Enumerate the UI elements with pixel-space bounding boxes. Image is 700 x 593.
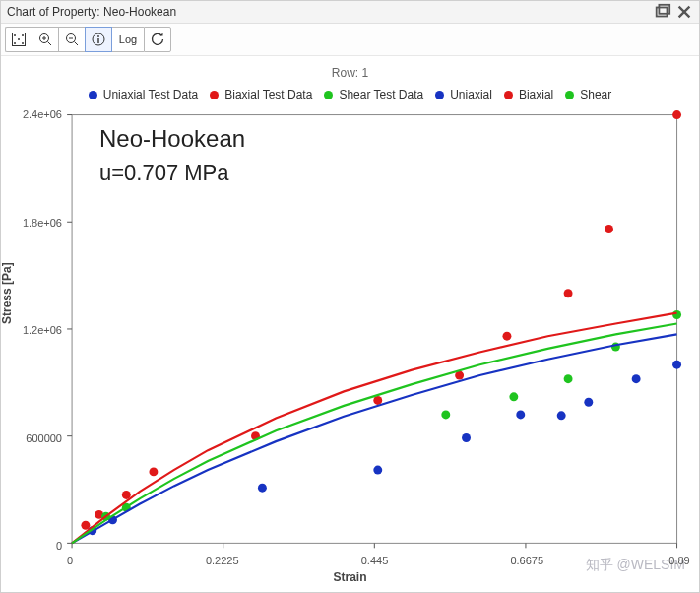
x-tick-label: 0.6675 bbox=[507, 555, 546, 566]
chart-panel: Chart of Property: Neo-Hookean Log Row: … bbox=[0, 0, 700, 593]
series-point bbox=[441, 410, 450, 419]
y-tick-label: 0 bbox=[56, 540, 62, 552]
x-tick-label: 0.89 bbox=[660, 555, 699, 566]
refresh-button[interactable] bbox=[144, 27, 171, 52]
y-tick-label: 600000 bbox=[26, 432, 62, 444]
svg-rect-0 bbox=[657, 8, 668, 17]
series-point bbox=[672, 361, 681, 369]
log-scale-label: Log bbox=[119, 33, 137, 45]
titlebar: Chart of Property: Neo-Hookean bbox=[1, 1, 699, 24]
svg-rect-12 bbox=[97, 38, 98, 43]
svg-point-4 bbox=[22, 34, 24, 36]
series-point bbox=[672, 310, 681, 319]
series-line bbox=[72, 334, 676, 543]
series-point bbox=[584, 398, 593, 407]
svg-point-11 bbox=[97, 35, 99, 37]
chart-toolbar: Log bbox=[1, 24, 699, 56]
close-icon[interactable] bbox=[675, 4, 693, 20]
series-point bbox=[672, 110, 681, 119]
x-tick-label: 0.2225 bbox=[203, 555, 242, 566]
series-point bbox=[632, 374, 641, 383]
log-scale-button[interactable]: Log bbox=[112, 27, 144, 52]
series-line bbox=[72, 324, 676, 544]
window-title: Chart of Property: Neo-Hookean bbox=[7, 5, 650, 19]
info-button[interactable] bbox=[85, 27, 112, 52]
chart-area[interactable]: Row: 1 Uniaxial Test DataBiaxial Test Da… bbox=[1, 56, 699, 592]
series-point bbox=[557, 411, 566, 420]
series-point bbox=[462, 433, 471, 442]
svg-point-7 bbox=[18, 38, 20, 40]
chart-annotation: Neo-Hookean u=0.707 MPa bbox=[99, 125, 245, 186]
series-point bbox=[149, 467, 158, 476]
series-point bbox=[373, 466, 382, 475]
series-point bbox=[516, 410, 525, 419]
svg-point-3 bbox=[14, 34, 16, 36]
series-point bbox=[258, 484, 267, 493]
series-line bbox=[72, 313, 676, 544]
svg-point-6 bbox=[22, 42, 24, 44]
series-point bbox=[509, 392, 518, 401]
annotation-line2: u=0.707 MPa bbox=[99, 161, 245, 186]
series-point bbox=[502, 332, 511, 341]
zoom-in-button[interactable] bbox=[32, 27, 58, 52]
x-tick-label: 0 bbox=[50, 555, 90, 566]
y-tick-label: 1.8e+06 bbox=[23, 217, 62, 229]
series-point bbox=[564, 374, 573, 383]
series-point bbox=[564, 289, 573, 297]
zoom-out-button[interactable] bbox=[58, 27, 85, 52]
x-tick-label: 0.445 bbox=[355, 555, 395, 566]
series-point bbox=[605, 225, 613, 233]
svg-rect-1 bbox=[659, 5, 669, 14]
series-point bbox=[373, 396, 382, 405]
svg-point-5 bbox=[14, 42, 16, 44]
series-point bbox=[81, 521, 90, 530]
y-tick-label: 2.4e+06 bbox=[23, 108, 62, 120]
fit-extents-button[interactable] bbox=[5, 27, 32, 52]
annotation-line1: Neo-Hookean bbox=[99, 125, 245, 153]
dock-icon[interactable] bbox=[654, 4, 671, 20]
y-tick-label: 1.2e+06 bbox=[23, 324, 62, 336]
